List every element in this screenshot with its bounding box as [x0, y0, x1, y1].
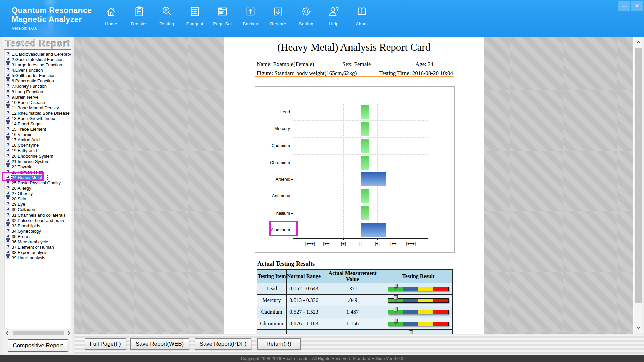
gridline — [310, 104, 310, 238]
testing-result-cell — [384, 295, 453, 306]
sidebar-item-3[interactable]: 3.Large Intestine Function — [4, 62, 71, 67]
sidebar-item-32[interactable]: 32.Pulse of heart and brain — [4, 218, 71, 223]
report-doc-icon — [6, 202, 10, 206]
bar-cadmium — [361, 139, 369, 153]
nav-item-backup[interactable]: Backup — [236, 5, 264, 26]
sidebar-item-24[interactable]: 24.Heavy Metal — [4, 175, 71, 180]
sidebar-item-39[interactable]: 39.Hand analysis — [4, 255, 71, 260]
sidebar-item-21[interactable]: 21.Immune System — [4, 159, 71, 164]
nav-item-suggest[interactable]: Suggest — [181, 5, 209, 26]
sidebar-item-label: 29.Eye — [12, 202, 25, 207]
sidebar-item-13[interactable]: 13.Bone Growth Index — [4, 116, 71, 121]
sidebar-item-label: 28.Skin — [12, 196, 26, 201]
sidebar-item-18[interactable]: 18.Coenzyme — [4, 142, 71, 148]
panel-title: Tested Report — [3, 38, 72, 49]
bar-antimony — [361, 189, 369, 203]
gridline — [394, 104, 394, 238]
sidebar-item-19[interactable]: 19.Fatty acid — [4, 148, 71, 153]
report-list: 1.Cardiovascular and Cerebrovascular2.Ga… — [4, 49, 71, 329]
nav-item-testing[interactable]: Testing — [153, 5, 181, 26]
report-vertical-scrollbar[interactable] — [633, 37, 643, 334]
sidebar-item-37[interactable]: 37.Element of Human — [4, 244, 71, 250]
report-doc-icon — [6, 100, 10, 105]
report-doc-icon — [6, 121, 10, 126]
sidebar-item-29[interactable]: 29.Eye — [4, 201, 71, 207]
sidebar-item-30[interactable]: 30.Collagen — [4, 207, 71, 212]
sidebar-item-label: 27.Obesity — [12, 191, 33, 196]
nav-label: About — [356, 21, 368, 26]
sidebar-item-38[interactable]: 38.Expert analysis — [4, 250, 71, 255]
sidebar-item-36[interactable]: 36.Menstrual cycle — [4, 239, 71, 244]
return-button[interactable]: Return(R) — [257, 338, 301, 350]
result-meter — [388, 334, 449, 334]
sidebar-item-5[interactable]: 5.Gallbladder Function — [4, 73, 71, 78]
minimize-button[interactable]: — — [618, 1, 630, 11]
sidebar-item-25[interactable]: 25.Basic Physical Quality — [4, 180, 71, 185]
full-page-button[interactable]: Full Page(F) — [85, 338, 126, 350]
sidebar-item-2[interactable]: 2.Gastrointestinal Function — [4, 57, 71, 62]
nav-item-about[interactable]: About — [348, 5, 376, 26]
sidebar-item-label: 33.Blood lipids — [12, 223, 40, 228]
sidebar-item-label: 36.Menstrual cycle — [12, 239, 48, 244]
top-bar: Quantum Resonance Magnetic Analyzer Vers… — [0, 0, 644, 37]
close-button[interactable]: ✕ — [631, 1, 643, 11]
save-report-pdf-button[interactable]: Save Report(PDF) — [195, 338, 251, 350]
sidebar-horizontal-scrollbar[interactable] — [4, 330, 72, 336]
testing-result-cell — [384, 283, 453, 295]
compositive-report-button[interactable]: Compositive Report — [8, 339, 68, 352]
sidebar-item-7[interactable]: 7.Kidney Function — [4, 83, 71, 89]
nav-item-setting[interactable]: Setting — [292, 5, 320, 26]
nav-item-dossier[interactable]: Dossier — [125, 5, 153, 26]
sidebar-item-28[interactable]: 28.Skin — [4, 196, 71, 201]
sidebar-item-22[interactable]: 22.Thyroid — [4, 164, 71, 169]
sidebar-item-35[interactable]: 35.Breast — [4, 234, 71, 239]
axis-tick — [291, 146, 293, 146]
sidebar-item-31[interactable]: 31.Channels and collaterals — [4, 212, 71, 218]
sidebar-item-16[interactable]: 16.Vitamin — [4, 132, 71, 137]
sidebar-item-26[interactable]: 26.Allergy — [4, 185, 71, 191]
sidebar-item-4[interactable]: 4.Liver Function — [4, 67, 71, 73]
meter-pointer-icon — [394, 295, 398, 299]
chart-label-chromium: Chromium — [255, 160, 290, 165]
scroll-right-button[interactable] — [66, 330, 72, 336]
nav-item-pageset[interactable]: Page Set — [209, 5, 236, 26]
scroll-down-button[interactable] — [634, 323, 643, 333]
sidebar-item-23[interactable]: 23.Human Toxin — [4, 169, 71, 175]
save-report-web-button[interactable]: Save Report(WEB) — [130, 338, 189, 350]
sidebar-item-11[interactable]: 11.Bone Mineral Density — [4, 105, 71, 110]
nav-item-restore[interactable]: Restore — [264, 5, 292, 26]
sidebar-item-10[interactable]: 10.Bone Disease — [4, 100, 71, 105]
backup-icon — [244, 5, 257, 19]
sidebar-item-label: 7.Kidney Function — [12, 84, 47, 89]
scroll-up-button[interactable] — [634, 38, 643, 47]
sidebar-item-9[interactable]: 9.Brain Nerve — [4, 94, 71, 100]
sidebar-item-1[interactable]: 1.Cardiovascular and Cerebrovascular — [4, 51, 71, 57]
sidebar-item-label: 19.Fatty acid — [12, 148, 37, 153]
sidebar-item-label: 22.Thyroid — [12, 164, 32, 169]
nav-item-help[interactable]: Help — [320, 5, 348, 26]
scrollbar-thumb[interactable] — [13, 331, 64, 335]
scroll-left-button[interactable] — [4, 330, 10, 336]
sidebar-item-label: 6.Pancreatic Function — [12, 78, 54, 83]
axis-tick — [291, 129, 293, 129]
sidebar-item-33[interactable]: 33.Blood lipids — [4, 223, 71, 228]
testing-result-cell — [384, 306, 453, 318]
sidebar-item-12[interactable]: 12.Rheumatoid Bone Disease — [4, 110, 71, 116]
nav-item-home[interactable]: Home — [97, 5, 125, 26]
sidebar-item-8[interactable]: 8.Lung Function — [4, 89, 71, 94]
sidebar-item-17[interactable]: 17.Amino Acid — [4, 137, 71, 142]
meter-segment — [418, 299, 433, 302]
sidebar-item-27[interactable]: 27.Obesity — [4, 191, 71, 196]
sidebar-item-14[interactable]: 14.Blood Sugar — [4, 121, 71, 126]
sidebar-item-label: 25.Basic Physical Quality — [12, 180, 61, 185]
sidebar-item-15[interactable]: 15.Trace Element — [4, 126, 71, 132]
scrollbar-thumb[interactable] — [635, 48, 642, 303]
axis-tick — [291, 163, 293, 163]
sidebar-item-34[interactable]: 34.Gynecology — [4, 228, 71, 234]
report-doc-icon — [6, 234, 10, 239]
report-doc-icon — [6, 213, 10, 217]
sidebar-item-6[interactable]: 6.Pancreatic Function — [4, 78, 71, 83]
suggest-icon — [189, 5, 201, 19]
sidebar-item-20[interactable]: 20.Endocrine System — [4, 153, 71, 159]
report-doc-icon — [6, 148, 10, 153]
